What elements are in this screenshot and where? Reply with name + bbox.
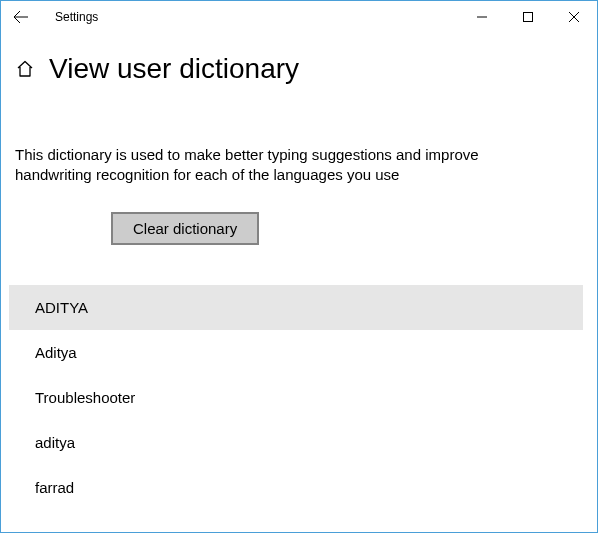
list-item[interactable]: ADITYA [9,285,583,330]
maximize-button[interactable] [505,1,551,33]
maximize-icon [523,12,533,22]
minimize-icon [477,12,487,22]
list-item[interactable]: Aditya [9,330,583,375]
list-item[interactable]: aditya [9,420,583,465]
list-item[interactable]: Troubleshooter [9,375,583,420]
back-button[interactable] [5,1,37,33]
window-controls [459,1,597,33]
titlebar: Settings [1,1,597,33]
home-icon [15,59,35,79]
description-text: This dictionary is used to make better t… [15,145,485,186]
home-button[interactable] [15,59,35,79]
clear-dictionary-button[interactable]: Clear dictionary [111,212,259,245]
page-title: View user dictionary [49,53,299,85]
content-area: View user dictionary This dictionary is … [1,33,597,532]
close-icon [569,12,579,22]
page-header: View user dictionary [15,53,583,85]
back-arrow-icon [13,9,29,25]
word-list: ADITYA Aditya Troubleshooter aditya farr… [9,285,583,510]
close-button[interactable] [551,1,597,33]
svg-rect-1 [524,13,533,22]
window-title: Settings [55,10,98,24]
list-item[interactable]: farrad [9,465,583,510]
minimize-button[interactable] [459,1,505,33]
